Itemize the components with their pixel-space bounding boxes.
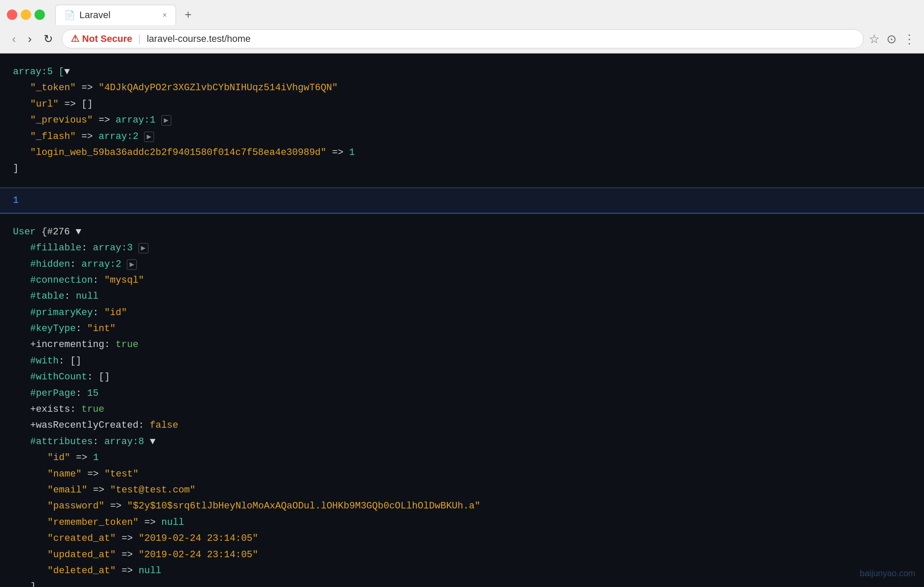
previous-key: "_previous" xyxy=(30,115,93,126)
user-panel: User {#276 ▼ #fillable: array:3 ▶ #hidde… xyxy=(0,214,924,587)
url-key: "url" xyxy=(30,99,59,110)
prop-incrementing: +incrementing: true xyxy=(13,337,911,353)
prop-fillable: #fillable: array:3 ▶ xyxy=(13,240,911,256)
tab-icon: 📄 xyxy=(64,10,75,20)
attr-updated-at: "updated_at" => "2019-02-24 23:14:05" xyxy=(13,547,911,563)
nav-bar: ‹ › ↻ ⚠ Not Secure | laravel-course.test… xyxy=(0,25,924,53)
content-area: array:5 [▼ "_token" => "4DJkQAdyPO2r3XGZ… xyxy=(0,54,924,587)
attr-close-bracket: ] xyxy=(13,579,911,587)
browser-chrome: 📄 Laravel × + ‹ › ↻ ⚠ Not Secure | larav… xyxy=(0,0,924,54)
number-value: 1 xyxy=(13,195,19,206)
array-label: array:5 [ xyxy=(13,66,64,77)
prop-connection: #connection: "mysql" xyxy=(13,272,911,288)
prop-perpage: #perPage: 15 xyxy=(13,385,911,401)
prop-hidden: #hidden: array:2 ▶ xyxy=(13,256,911,272)
tab-bar: 📄 Laravel × + xyxy=(55,4,917,25)
login-key: "login_web_59ba36addc2b2f9401580f014c7f5… xyxy=(30,147,327,158)
bookmark-button[interactable]: ☆ xyxy=(869,32,880,46)
prop-wasrecentlycreated: +wasRecentlyCreated: false xyxy=(13,417,911,433)
previous-value: array:1 xyxy=(116,115,161,126)
prop-primarykey: #primaryKey: "id" xyxy=(13,305,911,321)
prop-withcount: #withCount: [] xyxy=(13,369,911,385)
address-divider: | xyxy=(138,33,141,44)
user-heading: User {#276 ▼ xyxy=(13,224,911,240)
prop-table: #table: null xyxy=(13,288,911,304)
prop-attributes: #attributes: array:8 ▼ xyxy=(13,434,911,450)
active-tab[interactable]: 📄 Laravel × xyxy=(55,5,176,25)
traffic-lights xyxy=(7,9,45,20)
account-button[interactable]: ⊙ xyxy=(886,32,896,46)
flash-key: "_flash" xyxy=(30,131,76,142)
token-key: "_token" xyxy=(30,82,76,93)
array-line-token: "_token" => "4DJkQAdyPO2r3XGZlvbCYbNIHUq… xyxy=(13,80,911,96)
expand-icon[interactable]: ▼ xyxy=(64,66,70,77)
flash-value: array:2 xyxy=(98,131,144,142)
attr-password: "password" => "$2y$10$srq6tlJbHeyNloMoAx… xyxy=(13,498,911,514)
minimize-window-button[interactable] xyxy=(21,9,31,20)
token-value: "4DJkQAdyPO2r3XGZlvbCYbNIHUqz514iVhgwT6Q… xyxy=(98,82,338,93)
not-secure-indicator: ⚠ Not Secure xyxy=(71,33,132,44)
attr-remember-token: "remember_token" => null xyxy=(13,514,911,530)
array-line-login: "login_web_59ba36addc2b2f9401580f014c7f5… xyxy=(13,145,911,161)
user-id: {#276 xyxy=(41,227,75,237)
array-close: ] xyxy=(13,161,911,177)
previous-expand[interactable]: ▶ xyxy=(161,115,171,126)
login-value: 1 xyxy=(349,147,355,158)
title-bar: 📄 Laravel × + xyxy=(0,0,924,25)
user-expand[interactable]: ▼ xyxy=(75,227,81,237)
array-panel: array:5 [▼ "_token" => "4DJkQAdyPO2r3XGZ… xyxy=(0,54,924,188)
attr-name: "name" => "test" xyxy=(13,466,911,482)
forward-button[interactable]: › xyxy=(25,31,35,47)
flash-expand[interactable]: ▶ xyxy=(144,132,154,142)
not-secure-label: Not Secure xyxy=(82,33,132,44)
warning-icon: ⚠ xyxy=(71,33,79,44)
attr-created-at: "created_at" => "2019-02-24 23:14:05" xyxy=(13,530,911,546)
user-class-label: User xyxy=(13,227,41,237)
array-line-url: "url" => [] xyxy=(13,96,911,112)
nav-actions: ☆ ⊙ ⋮ xyxy=(869,32,915,46)
number-panel: 1 xyxy=(0,188,924,214)
prop-keytype: #keyType: "int" xyxy=(13,321,911,337)
close-window-button[interactable] xyxy=(7,9,17,20)
address-text: laravel-course.test/home xyxy=(147,33,251,44)
menu-button[interactable]: ⋮ xyxy=(903,32,915,46)
new-tab-button[interactable]: + xyxy=(178,4,198,25)
address-bar[interactable]: ⚠ Not Secure | laravel-course.test/home xyxy=(62,29,864,48)
array-line-flash: "_flash" => array:2 ▶ xyxy=(13,129,911,145)
tab-title: Laravel xyxy=(79,9,110,21)
back-button[interactable]: ‹ xyxy=(9,31,19,47)
array-line-previous: "_previous" => array:1 ▶ xyxy=(13,112,911,128)
attr-email: "email" => "test@test.com" xyxy=(13,482,911,498)
attr-id: "id" => 1 xyxy=(13,450,911,466)
prop-with: #with: [] xyxy=(13,353,911,369)
maximize-window-button[interactable] xyxy=(35,9,45,20)
reload-button[interactable]: ↻ xyxy=(40,31,57,47)
attr-deleted-at: "deleted_at" => null xyxy=(13,563,911,579)
watermark: baijunyao.com xyxy=(860,568,915,578)
url-value: [] xyxy=(82,99,93,110)
tab-close-button[interactable]: × xyxy=(162,11,167,20)
array-heading: array:5 [▼ xyxy=(13,64,911,80)
prop-exists: +exists: true xyxy=(13,401,911,417)
